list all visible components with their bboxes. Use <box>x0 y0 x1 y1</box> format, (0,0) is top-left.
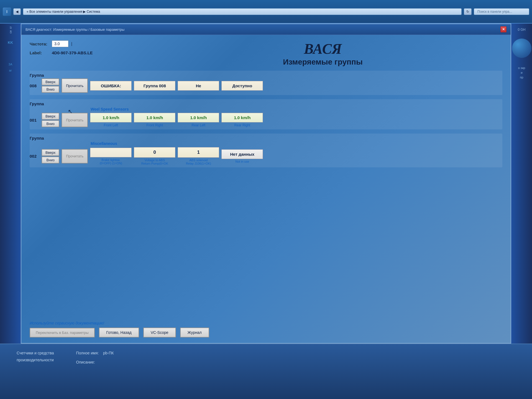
group-002-cell-wrapper-3: 1 ABS solenoidRelay J106(1=OK) <box>178 147 219 165</box>
side-left-panel: cr ce KK 3A ar <box>0 24 21 344</box>
label-label: Label: <box>30 50 49 55</box>
group-001-cell-2: 1.0 km/h <box>134 113 175 122</box>
brand-title: ВАСЯ <box>143 42 502 56</box>
frequency-row: Частота: 3.0 | <box>30 40 135 47</box>
group-008-btn-group: Вверх Вниз <box>42 78 59 93</box>
app-icon: I <box>3 7 11 16</box>
frequency-label: Частота: <box>30 42 49 46</box>
group-002-cell-wrapper-2: 0 Voltage to ABSReturn Pump(0=OK <box>134 147 175 165</box>
side-left-label-3a: 3A <box>9 63 12 66</box>
dialog-title: ВАСЯ диагност: Измеряемые группы / Базов… <box>25 27 124 32</box>
statusbar-counters-label: Счетчики и средствапроизводительности <box>17 351 54 362</box>
group-001-cell-wrapper-4: 1.0 km/h Rear Right <box>221 113 263 127</box>
side-right-panel: 0 GH о экр и пр <box>511 24 532 344</box>
group-002-block: Группа Miscellaneous 002 Вверх Вниз Проч… <box>30 134 502 167</box>
pipe-char: | <box>71 42 72 46</box>
taskbar-refresh-button[interactable]: ↻ <box>464 8 472 15</box>
statusbar-fullname-key: Полное имя: <box>76 351 99 355</box>
statusbar-fullname-value: pb-ПК <box>103 351 114 355</box>
brand-subtitle: Измеряемые группы <box>143 58 502 66</box>
group-001-cell-3: 1.0 km/h <box>178 113 219 122</box>
group-001-number: 001 <box>30 118 39 122</box>
group-001-cell-1: 1.0 km/h <box>90 113 132 122</box>
group-008-down-button[interactable]: Вниз <box>42 86 59 93</box>
group-002-down-button[interactable]: Вниз <box>42 157 59 163</box>
group-002-btn-group: Вверх Вниз <box>42 149 59 163</box>
taskbar-path-text: « Все элементы панели управления ▶ Систе… <box>27 10 100 14</box>
group-001-row: 001 Вверх Вниз Прочитать 1.0 km/h Front … <box>30 113 502 127</box>
journal-button[interactable]: Журнал <box>180 328 209 337</box>
statusbar-item-1: Счетчики и средствапроизводительности <box>17 350 54 364</box>
group-002-section-label: Группа <box>30 136 502 140</box>
vc-scope-button[interactable]: VC-Scope <box>143 328 176 337</box>
group-008-up-button[interactable]: Вверх <box>42 78 59 85</box>
group-002-sublabel-3: ABS solenoidRelay J106(1=OK) <box>178 158 219 165</box>
footer-buttons: Переключить в Баз. параметры Готово, Наз… <box>30 328 502 337</box>
label-value: 4D0-907-379-ABS.LE <box>52 50 93 55</box>
header-right: ВАСЯ Измеряемые группы <box>143 40 502 66</box>
group-002-cell-2: 0 <box>134 147 175 158</box>
group-008-cell-3: Не <box>178 81 219 91</box>
header-row: Частота: 3.0 | Label: 4D0-907-379-ABS.LE… <box>30 40 502 66</box>
group-002-cell-3: 1 <box>178 147 219 158</box>
side-right-label-0gh: 0 GH <box>516 26 527 33</box>
statusbar-desc-row: Описание: <box>76 359 114 366</box>
group-001-cell-wrapper-3: 1.0 km/h Rear Left <box>178 113 219 127</box>
taskbar-path: « Все элементы панели управления ▶ Систе… <box>23 8 462 15</box>
label-row: Label: 4D0-907-379-ABS.LE <box>30 50 135 55</box>
group-001-sublabel-1: Front Left <box>90 123 132 127</box>
group-001-header-label: Weel Speed Sensors <box>91 107 502 111</box>
group-008-cell-1: ОШИБКА: <box>90 81 132 91</box>
goto-back-button[interactable]: Готово, Назад <box>99 328 139 337</box>
group-002-row: 002 Вверх Вниз Прочитать Brake lightsw.(… <box>30 147 502 165</box>
side-left-label-kk: KK <box>8 40 13 45</box>
group-008-number: 008 <box>30 83 39 88</box>
side-left-label-ce: ce <box>9 30 12 34</box>
main-dialog: ВАСЯ диагност: Измеряемые группы / Базов… <box>21 24 511 344</box>
group-008-cell-2: Группа 008 <box>134 81 175 91</box>
statusbar-item-2: Полное имя: pb-ПК Описание: <box>76 350 114 366</box>
side-right-label-oekr: о экр <box>518 66 525 70</box>
dialog-content: Частота: 3.0 | Label: 4D0-907-379-ABS.LE… <box>21 35 511 343</box>
dialog-titlebar: ВАСЯ диагност: Измеряемые группы / Базов… <box>21 24 511 35</box>
group-002-up-button[interactable]: Вверх <box>42 149 59 156</box>
switch-to-base-button: Переключить в Баз. параметры <box>30 328 95 337</box>
group-002-cell-wrapper-4: Нет данных Not in use <box>221 149 263 163</box>
side-left-label-ar: ar <box>9 69 12 72</box>
footer-note: Используйте сервисную документацию! <box>30 321 502 325</box>
group-001-cell-wrapper-2: 1.0 km/h Front Right <box>134 113 175 127</box>
taskbar: I ◀ « Все элементы панели управления ▶ С… <box>0 0 532 24</box>
group-002-cell-1 <box>90 148 132 157</box>
group-008-read-button[interactable]: Прочитать <box>62 78 88 93</box>
group-001-block: Группа Weel Speed Sensors 001 Вверх Вниз… <box>30 99 502 129</box>
group-001-cell-wrapper-1: 1.0 km/h Front Left <box>90 113 132 127</box>
taskbar-search-text: Поиск в панели упра... <box>477 10 512 14</box>
group-001-up-button[interactable]: Вверх <box>42 113 59 120</box>
group-008-row: 008 Вверх Вниз Прочитать ОШИБКА: Группа … <box>30 78 502 93</box>
taskbar-back-button[interactable]: ◀ <box>13 8 21 15</box>
side-left-label-cr: cr <box>9 26 12 29</box>
side-right-label-i: и <box>521 71 522 74</box>
group-002-read-button[interactable]: Прочитать <box>62 149 88 163</box>
group-002-sublabel-1: Brake lightsw.(0=OFF) (1=ON) <box>90 158 132 165</box>
group-002-cell-wrapper-1: Brake lightsw.(0=OFF) (1=ON) <box>90 148 132 165</box>
group-001-sublabel-3: Rear Left <box>178 123 219 127</box>
side-right-label-pr: пр <box>520 76 523 79</box>
group-002-cell-4: Нет данных <box>221 149 263 159</box>
group-001-section-label: Группа <box>30 101 502 106</box>
frequency-value[interactable]: 3.0 <box>52 40 68 47</box>
group-001-cell-4: 1.0 km/h <box>221 113 263 122</box>
side-right-ball <box>512 39 531 58</box>
group-002-sublabel-4: Not in use <box>221 160 263 163</box>
group-002-number: 002 <box>30 154 39 158</box>
dialog-close-button[interactable]: ✕ <box>500 26 507 32</box>
header-left: Частота: 3.0 | Label: 4D0-907-379-ABS.LE <box>30 40 135 55</box>
group-008-block: Группа 008 Вверх Вниз Прочитать ОШИБКА: … <box>30 71 502 95</box>
statusbar: Счетчики и средствапроизводительности По… <box>0 344 532 399</box>
group-001-read-button[interactable]: Прочитать <box>62 113 88 127</box>
footer: Используйте сервисную документацию! Пере… <box>30 319 502 337</box>
taskbar-search: Поиск в панели упра... <box>474 8 529 15</box>
group-002-header-label: Miscellaneous <box>91 141 502 146</box>
group-001-down-button[interactable]: Вниз <box>42 120 59 127</box>
group-001-sublabel-2: Front Right <box>134 123 175 127</box>
